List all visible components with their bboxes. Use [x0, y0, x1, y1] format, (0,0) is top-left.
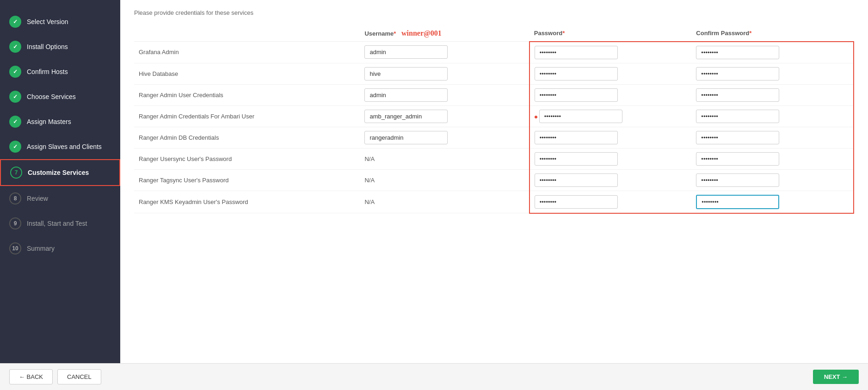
sidebar-item-customize-services[interactable]: 7Customize Services: [0, 159, 120, 186]
username-cell: [360, 127, 529, 148]
password-input[interactable]: [535, 152, 618, 166]
credentials-table: Username* winner@001 Password* Confirm P…: [134, 25, 854, 214]
password-cell: [529, 84, 692, 105]
confirm-password-input[interactable]: [696, 110, 779, 123]
table-row: Ranger Admin DB Credentials: [134, 127, 854, 148]
sidebar-item-install,-start-and-test: 9Install, Start and Test: [0, 211, 120, 236]
table-row: Ranger Admin Credentials For Ambari User: [134, 105, 854, 127]
sidebar-label-5: Assign Slaves and Clients: [27, 143, 102, 150]
confirm-password-cell: [691, 84, 854, 105]
password-cell: [529, 105, 692, 127]
sidebar-label-8: Install, Start and Test: [27, 220, 87, 227]
service-label: Hive Database: [134, 63, 360, 84]
step-icon-1: ✓: [9, 41, 21, 53]
confirm-password-cell: [691, 169, 854, 191]
footer: ← BACK CANCEL NEXT →: [0, 363, 868, 390]
error-dot: [535, 116, 537, 118]
main-content: Please provide credentials for these ser…: [120, 0, 868, 363]
confirm-password-label: Confirm Password: [696, 30, 749, 37]
password-input[interactable]: [535, 131, 618, 144]
username-cell: [360, 63, 529, 84]
step-icon-0: ✓: [9, 16, 21, 28]
username-na: N/A: [364, 198, 375, 205]
confirm-password-column-header: Confirm Password*: [691, 25, 854, 42]
sidebar-item-review: 8Review: [0, 186, 120, 211]
step-icon-4: ✓: [9, 116, 21, 128]
password-input[interactable]: [535, 46, 618, 59]
sidebar-item-choose-services: ✓Choose Services: [0, 84, 120, 109]
sidebar-label-6: Customize Services: [28, 169, 89, 176]
username-cell: N/A: [360, 191, 529, 213]
confirm-password-input[interactable]: [696, 67, 779, 80]
back-button[interactable]: ← BACK: [9, 369, 53, 384]
password-cell: [529, 169, 692, 191]
sidebar-label-9: Summary: [27, 245, 55, 252]
username-cell: [360, 42, 529, 63]
sidebar-item-summary: 10Summary: [0, 236, 120, 261]
sidebar-item-assign-slaves-and-clients: ✓Assign Slaves and Clients: [0, 134, 120, 159]
table-row: Ranger Admin User Credentials: [134, 84, 854, 105]
password-cell: [529, 191, 692, 213]
username-input[interactable]: [364, 88, 448, 102]
confirm-password-cell: [691, 148, 854, 169]
password-input[interactable]: [535, 195, 618, 209]
username-column-header: Username* winner@001: [360, 25, 529, 42]
winner-label: winner@001: [401, 29, 442, 37]
username-input[interactable]: [364, 131, 448, 144]
password-cell: [529, 63, 692, 84]
sidebar-label-3: Choose Services: [27, 93, 76, 100]
table-row: Hive Database: [134, 63, 854, 84]
username-cell: N/A: [360, 148, 529, 169]
confirm-password-input[interactable]: [696, 88, 779, 102]
service-label: Ranger Admin DB Credentials: [134, 127, 360, 148]
username-input[interactable]: [364, 110, 448, 123]
confirm-password-input[interactable]: [696, 46, 779, 59]
sidebar-label-2: Confirm Hosts: [27, 68, 68, 75]
cancel-button[interactable]: CANCEL: [57, 369, 101, 384]
step-icon-7: 8: [9, 192, 21, 204]
step-icon-5: ✓: [9, 141, 21, 153]
password-cell: [529, 127, 692, 148]
sidebar-label-4: Assign Masters: [27, 118, 71, 125]
password-column-header: Password*: [529, 25, 692, 42]
sidebar-label-7: Review: [27, 195, 48, 202]
confirm-password-cell: [691, 127, 854, 148]
username-input[interactable]: [364, 45, 448, 59]
sidebar-item-confirm-hosts: ✓Confirm Hosts: [0, 59, 120, 84]
sidebar-item-select-version: ✓Select Version: [0, 9, 120, 34]
service-label: Ranger Tagsync User's Password: [134, 169, 360, 191]
confirm-password-input[interactable]: [696, 195, 779, 209]
username-na: N/A: [364, 155, 375, 162]
service-label: Ranger Admin Credentials For Ambari User: [134, 105, 360, 127]
sidebar-label-1: Install Options: [27, 43, 68, 50]
username-input[interactable]: [364, 67, 448, 80]
username-cell: [360, 105, 529, 127]
password-input[interactable]: [535, 173, 618, 187]
username-label: Username: [364, 30, 394, 37]
page-subtitle: Please provide credentials for these ser…: [134, 9, 854, 16]
label-column-header: [134, 25, 360, 42]
username-cell: [360, 84, 529, 105]
password-cell: [529, 148, 692, 169]
confirm-password-input[interactable]: [696, 152, 779, 166]
sidebar-item-assign-masters: ✓Assign Masters: [0, 109, 120, 134]
confirm-password-input[interactable]: [696, 131, 779, 144]
password-label: Password: [534, 30, 562, 37]
service-label: Ranger Admin User Credentials: [134, 84, 360, 105]
step-icon-2: ✓: [9, 66, 21, 78]
password-cell: [529, 42, 692, 63]
sidebar: ✓Select Version✓Install Options✓Confirm …: [0, 0, 120, 363]
confirm-password-cell: [691, 105, 854, 127]
password-input[interactable]: [535, 88, 618, 102]
password-input[interactable]: [535, 67, 618, 80]
next-button[interactable]: NEXT →: [813, 370, 859, 384]
sidebar-label-0: Select Version: [27, 18, 68, 25]
table-row: Ranger KMS Keyadmin User's PasswordN/A: [134, 191, 854, 213]
step-icon-3: ✓: [9, 91, 21, 103]
table-row: Ranger Tagsync User's PasswordN/A: [134, 169, 854, 191]
step-icon-6: 7: [10, 167, 22, 179]
service-label: Ranger Usersync User's Password: [134, 148, 360, 169]
sidebar-item-install-options: ✓Install Options: [0, 34, 120, 59]
password-input[interactable]: [539, 110, 622, 123]
confirm-password-input[interactable]: [696, 173, 779, 187]
